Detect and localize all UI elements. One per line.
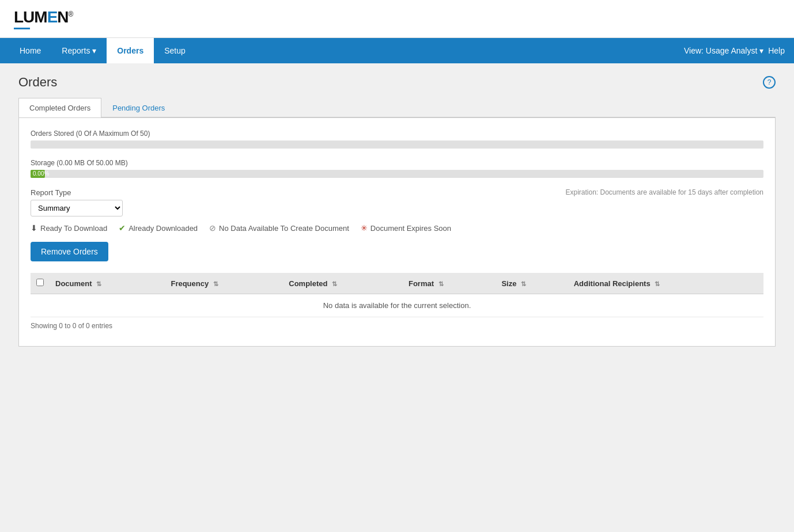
col-frequency-label: Frequency xyxy=(171,279,209,288)
tabs: Completed Orders Pending Orders xyxy=(18,98,776,117)
col-document-label: Document xyxy=(55,279,92,288)
sort-format-icon[interactable]: ⇅ xyxy=(438,280,444,287)
no-data-row: No data is available for the current sel… xyxy=(31,294,763,317)
report-type-row: Report Type Summary Detail Expiration: D… xyxy=(31,188,763,216)
col-frequency: Frequency ⇅ xyxy=(165,273,283,294)
col-format: Format ⇅ xyxy=(403,273,496,294)
nav-orders[interactable]: Orders xyxy=(107,38,154,63)
legend-ready: ⬇ Ready To Download xyxy=(31,223,107,233)
page-title-row: Orders ? xyxy=(18,75,776,90)
storage-mb-section: Storage (0.00 MB Of 50.00 MB) 0.00% Used xyxy=(31,159,763,178)
storage-progress-fill: 0.00% Used xyxy=(31,170,45,178)
report-type-label: Report Type xyxy=(31,188,123,197)
sort-recipients-icon[interactable]: ⇅ xyxy=(655,280,660,287)
legend-row: ⬇ Ready To Download ✔ Already Downloaded… xyxy=(31,223,763,233)
sort-frequency-icon[interactable]: ⇅ xyxy=(213,280,218,287)
sort-document-icon[interactable]: ⇅ xyxy=(96,280,101,287)
nav-help[interactable]: Help xyxy=(768,46,785,55)
expiration-note: Expiration: Documents are available for … xyxy=(565,188,763,196)
col-document: Document ⇅ xyxy=(50,273,165,294)
col-completed: Completed ⇅ xyxy=(283,273,403,294)
page-content: Orders ? Completed Orders Pending Orders… xyxy=(0,63,794,358)
col-size-label: Size xyxy=(501,279,516,288)
sort-size-icon[interactable]: ⇅ xyxy=(521,280,526,287)
nav-right: View: Usage Analyst ▾ Help xyxy=(684,46,785,55)
col-size: Size ⇅ xyxy=(496,273,568,294)
warning-icon: ✳ xyxy=(361,223,368,233)
legend-no-data: ⊘ No Data Available To Create Document xyxy=(209,223,349,233)
tab-completed-orders[interactable]: Completed Orders xyxy=(18,98,101,117)
logo: LUMEN® xyxy=(14,8,73,29)
table-wrapper: Document ⇅ Frequency ⇅ Completed ⇅ xyxy=(31,273,763,317)
col-completed-label: Completed xyxy=(289,279,327,288)
nav-setup[interactable]: Setup xyxy=(154,38,196,63)
sort-completed-icon[interactable]: ⇅ xyxy=(332,280,337,287)
help-circle-icon[interactable]: ? xyxy=(763,76,776,89)
nav-home[interactable]: Home xyxy=(9,38,51,63)
col-format-label: Format xyxy=(409,279,434,288)
report-type-section: Report Type Summary Detail xyxy=(31,188,123,216)
orders-stored-label: Orders Stored (0 Of A Maximum Of 50) xyxy=(31,130,763,138)
download-icon: ⬇ xyxy=(31,223,37,233)
page-title: Orders xyxy=(18,75,57,90)
col-additional-recipients: Additional Recipients ⇅ xyxy=(568,273,763,294)
orders-card: Orders Stored (0 Of A Maximum Of 50) Sto… xyxy=(18,117,776,347)
legend-no-data-label: No Data Available To Create Document xyxy=(219,224,349,233)
showing-label: Showing 0 to 0 of 0 entries xyxy=(31,317,763,335)
storage-mb-label: Storage (0.00 MB Of 50.00 MB) xyxy=(31,159,763,167)
table-header-row: Document ⇅ Frequency ⇅ Completed ⇅ xyxy=(31,273,763,294)
select-all-header xyxy=(31,273,50,294)
orders-storage-section: Orders Stored (0 Of A Maximum Of 50) xyxy=(31,130,763,149)
orders-progress-bar xyxy=(31,140,763,149)
card-inner: Orders Stored (0 Of A Maximum Of 50) Sto… xyxy=(19,118,775,346)
storage-progress-bar: 0.00% Used xyxy=(31,170,763,178)
nav-bar: Home Reports ▾ Orders Setup View: Usage … xyxy=(0,38,794,63)
tab-pending-orders[interactable]: Pending Orders xyxy=(101,98,176,117)
legend-downloaded-label: Already Downloaded xyxy=(128,224,198,233)
orders-table: Document ⇅ Frequency ⇅ Completed ⇅ xyxy=(31,273,763,317)
nav-reports[interactable]: Reports ▾ xyxy=(51,38,107,63)
select-all-checkbox[interactable] xyxy=(36,279,44,286)
legend-expires: ✳ Document Expires Soon xyxy=(361,223,451,233)
legend-downloaded: ✔ Already Downloaded xyxy=(119,223,198,233)
legend-ready-label: Ready To Download xyxy=(40,224,107,233)
remove-orders-button[interactable]: Remove Orders xyxy=(31,242,108,261)
nav-items: Home Reports ▾ Orders Setup xyxy=(9,38,684,63)
view-analyst-dropdown[interactable]: View: Usage Analyst ▾ xyxy=(684,46,763,55)
col-additional-recipients-label: Additional Recipients xyxy=(574,279,651,288)
ban-icon: ⊘ xyxy=(209,223,216,233)
check-icon: ✔ xyxy=(119,223,126,233)
legend-expires-label: Document Expires Soon xyxy=(370,224,451,233)
report-type-select[interactable]: Summary Detail xyxy=(31,200,123,216)
top-header: LUMEN® xyxy=(0,0,794,38)
no-data-message: No data is available for the current sel… xyxy=(31,294,763,317)
